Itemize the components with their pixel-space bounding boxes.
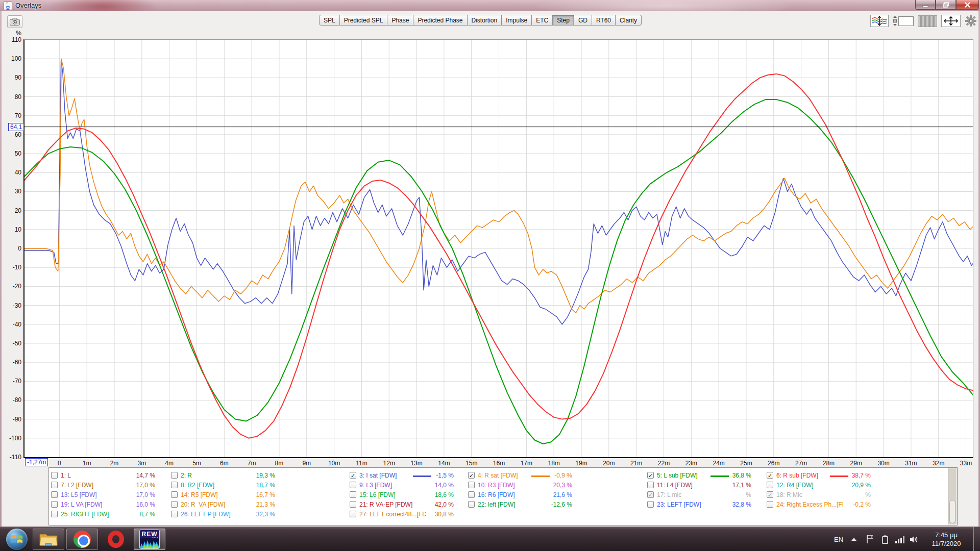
legend-label[interactable]: 7: L2 [FDW] [61, 482, 93, 489]
legend-checkbox-10[interactable] [468, 482, 475, 488]
legend-label[interactable]: 14: R5 [FDW] [181, 491, 218, 498]
legend-label[interactable]: 18: R Mic [776, 491, 802, 498]
legend-checkbox-19[interactable] [51, 501, 58, 508]
legend-label[interactable]: 8: R2 [FDW] [181, 482, 214, 489]
legend-checkbox-9[interactable] [350, 482, 356, 488]
legend-checkbox-7[interactable] [51, 482, 58, 488]
close-button[interactable] [956, 0, 979, 10]
legend-label[interactable]: 19: L VA [FDW] [61, 501, 102, 508]
legend-checkbox-14[interactable] [171, 491, 178, 498]
legend-checkbox-3[interactable]: ✓ [350, 472, 356, 479]
legend-label[interactable]: 21: R VA-EP [FDW] [359, 501, 412, 508]
window-title: Overlays [15, 2, 41, 9]
axis-limits-button[interactable] [893, 15, 914, 27]
legend-scrollbar-thumb[interactable] [949, 500, 955, 523]
legend-checkbox-15[interactable] [350, 491, 356, 498]
legend-checkbox-4[interactable]: ✓ [468, 472, 475, 479]
legend-checkbox-5[interactable]: ✓ [647, 472, 654, 479]
grid-settings-button[interactable] [918, 15, 937, 27]
legend-label[interactable]: 23: LEFT [FDW] [657, 501, 701, 508]
legend-label[interactable]: 25: RIGHT [FDW] [61, 511, 109, 518]
legend-label[interactable]: 11: L4 [FDW] [657, 482, 693, 489]
legend-checkbox-27[interactable] [350, 511, 356, 517]
step-response-plot[interactable] [23, 39, 973, 458]
pan-mode-button[interactable] [941, 15, 961, 27]
legend-checkbox-1[interactable] [51, 472, 58, 479]
legend-label[interactable]: 16: R6 [FDW] [478, 491, 515, 498]
tab-spl[interactable]: SPL [319, 15, 340, 26]
battery-tray-icon[interactable] [879, 527, 891, 551]
legend-checkbox-16[interactable] [468, 491, 475, 498]
tab-phase[interactable]: Phase [387, 15, 413, 26]
tab-distortion[interactable]: Distortion [468, 15, 502, 26]
legend-label[interactable]: 20: R VA [FDW] [181, 501, 225, 508]
legend-checkbox-21[interactable] [350, 501, 356, 508]
legend-value: 36,8 % [732, 472, 751, 479]
restore-button[interactable] [936, 0, 956, 10]
tab-gd[interactable]: GD [574, 15, 592, 26]
network-tray-icon[interactable] [893, 527, 906, 551]
legend-label[interactable]: 27: LEFT correct48...[FDW] [359, 511, 426, 518]
show-hidden-icons-button[interactable] [848, 527, 860, 551]
taskbar-explorer-button[interactable] [33, 529, 64, 550]
legend-label[interactable]: 5: L sub [FDW] [657, 472, 698, 479]
x-tick-label: 10m [322, 460, 347, 467]
tab-clarity[interactable]: Clarity [616, 15, 642, 26]
legend-label[interactable]: 15: L6 [FDW] [359, 491, 396, 498]
legend-checkbox-24[interactable] [767, 501, 773, 508]
axis-limit-field[interactable] [898, 16, 914, 26]
legend-checkbox-11[interactable] [647, 482, 654, 488]
tab-rt60[interactable]: RT60 [592, 15, 616, 26]
x-tick-label: 32m [926, 460, 951, 467]
minimize-button[interactable] [915, 0, 936, 10]
legend-label[interactable]: 4: R sat [FDW] [478, 472, 518, 479]
legend-line-swatch [710, 475, 729, 477]
language-indicator[interactable]: EN [831, 527, 846, 551]
legend-checkbox-23[interactable] [647, 501, 654, 508]
show-desktop-button[interactable] [973, 527, 980, 551]
legend-label[interactable]: 6: R sub [FDW] [776, 472, 818, 479]
legend-checkbox-26[interactable] [171, 511, 178, 517]
legend-label[interactable]: 24: Right Excess Ph...[FDW] [776, 501, 843, 508]
legend-checkbox-12[interactable] [767, 482, 773, 488]
legend-label[interactable]: 2: R [181, 472, 192, 479]
legend-label[interactable]: 26: LEFT P [FDW] [181, 511, 231, 518]
speaker-icon [910, 536, 919, 543]
tab-etc[interactable]: ETC [532, 15, 553, 26]
legend-label[interactable]: 1: L [61, 472, 71, 479]
legend-label[interactable]: 12: R4 [FDW] [776, 482, 814, 489]
start-button[interactable] [6, 529, 28, 550]
taskbar-opera-button[interactable] [100, 529, 132, 550]
legend-entry-12: 12: R4 [FDW]20,9 % [767, 481, 872, 490]
volume-tray-icon[interactable] [908, 527, 921, 551]
legend-label[interactable]: 13: L5 [FDW] [61, 491, 97, 498]
tab-predicted-phase[interactable]: Predicted Phase [413, 15, 467, 26]
action-center-tray-icon[interactable] [864, 527, 876, 551]
x-tick-label: 24m [706, 460, 731, 467]
legend-checkbox-20[interactable] [171, 501, 178, 508]
capture-graph-button[interactable] [7, 15, 22, 28]
x-tick-label: 19m [569, 460, 594, 467]
legend-scrollbar[interactable] [948, 468, 957, 524]
y-tick-label: -10 [0, 264, 21, 271]
legend-checkbox-2[interactable] [171, 472, 178, 479]
taskbar-rew-button[interactable]: REW V5.1 [134, 529, 165, 550]
legend-label[interactable]: 3: I sat [FDW] [359, 472, 397, 479]
legend-checkbox-22[interactable] [468, 501, 475, 508]
legend-label[interactable]: 10: R3 [FDW] [478, 482, 515, 489]
legend-checkbox-13[interactable] [51, 491, 58, 498]
legend-entry-2: 2: R19,3 % [171, 471, 276, 480]
legend-checkbox-25[interactable] [51, 511, 58, 517]
legend-checkbox-6[interactable]: ✓ [767, 472, 773, 479]
tab-impulse[interactable]: Impulse [502, 15, 532, 26]
tab-predicted-spl[interactable]: Predicted SPL [340, 15, 388, 26]
legend-label[interactable]: 17: L mic [657, 491, 681, 498]
legend-checkbox-8[interactable] [171, 482, 178, 488]
legend-label[interactable]: 22: left [FDW] [478, 501, 515, 508]
tab-step[interactable]: Step [553, 15, 574, 26]
trace-limits-button[interactable] [870, 15, 889, 27]
legend-label[interactable]: 9: L3 [FDW] [359, 482, 392, 489]
taskbar-chrome-button[interactable] [66, 529, 98, 550]
taskbar-clock[interactable]: 7:45 μμ 11/7/2020 [922, 527, 971, 551]
settings-gear-button[interactable] [965, 15, 977, 27]
